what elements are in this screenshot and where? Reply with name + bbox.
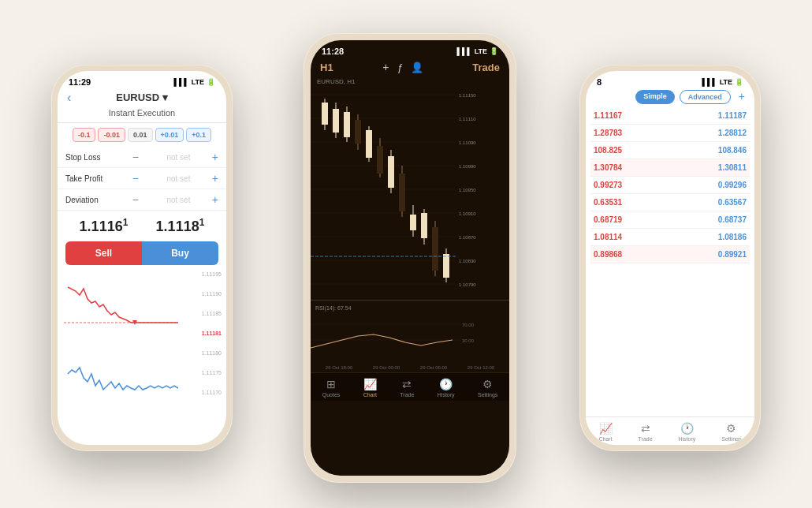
svg-rect-12: [322, 103, 328, 125]
vol-plus-point1[interactable]: +0.1: [186, 128, 211, 142]
left-phone-screen: 11:29 ▌▌▌ LTE 🔋 ‹ EURUSD ▾ Instant Execu…: [58, 71, 226, 445]
take-profit-minus[interactable]: −: [132, 172, 139, 185]
nav-history[interactable]: 🕐 History: [438, 378, 455, 398]
tab-simple[interactable]: Simple: [635, 90, 675, 104]
svg-rect-30: [421, 213, 427, 238]
tab-advanced[interactable]: Advanced: [680, 90, 731, 104]
center-toolbar: H1 + ƒ 👤 Trade: [311, 58, 509, 78]
nav-chart-label: Chart: [363, 392, 377, 398]
lte-label: LTE: [192, 78, 204, 86]
svg-rect-26: [399, 174, 405, 211]
svg-rect-28: [410, 215, 416, 230]
rnav-settings[interactable]: ⚙ Settings: [721, 422, 741, 442]
vol-minus-point1[interactable]: -0.1: [73, 128, 96, 142]
svg-text:1.10870: 1.10870: [459, 235, 476, 240]
quote-row-9[interactable]: 0.89868 0.89921: [590, 246, 750, 263]
chart-main-area: EURUSD, H1: [311, 78, 509, 372]
rnav-history[interactable]: 🕐 History: [679, 422, 696, 442]
svg-text:70.00: 70.00: [462, 323, 475, 327]
take-profit-plus[interactable]: +: [212, 172, 218, 185]
stop-loss-plus[interactable]: +: [212, 151, 218, 163]
left-chart-svg: [64, 271, 182, 398]
trade-button[interactable]: Trade: [472, 62, 500, 73]
rsi-svg: 70.00 30.00: [311, 312, 484, 356]
svg-rect-34: [443, 254, 449, 278]
quote-row-2[interactable]: 1.28783 1.28812: [590, 125, 750, 142]
quote-sell-8: 1.08114: [594, 233, 622, 241]
quote-row-5[interactable]: 0.99273 0.99296: [590, 177, 750, 194]
svg-text:1.10830: 1.10830: [459, 259, 476, 263]
quote-row-1[interactable]: 1.11167 1.11187: [590, 107, 750, 125]
svg-rect-24: [388, 156, 394, 188]
nav-trade[interactable]: ⇄ Trade: [400, 378, 414, 398]
buy-button[interactable]: Buy: [142, 241, 218, 265]
svg-text:1.11090: 1.11090: [459, 140, 476, 145]
rnav-history-icon: 🕐: [680, 422, 694, 435]
rnav-settings-icon: ⚙: [726, 422, 736, 435]
quote-buy-3: 108.846: [718, 146, 747, 155]
vol-point01[interactable]: 0.01: [128, 128, 153, 142]
deviation-plus[interactable]: +: [212, 193, 218, 206]
nav-settings[interactable]: ⚙ Settings: [478, 378, 497, 398]
stop-loss-label: Stop Loss: [65, 153, 132, 162]
quote-row-8[interactable]: 1.08114 1.08186: [590, 229, 750, 246]
center-status-bar: 11:28 ▌▌▌ LTE 🔋: [311, 40, 509, 58]
object-icon[interactable]: 👤: [411, 62, 423, 73]
right-lte-label: LTE: [720, 78, 732, 86]
deviation-minus[interactable]: −: [132, 193, 139, 206]
svg-rect-14: [333, 109, 339, 133]
add-tab-button[interactable]: +: [736, 90, 748, 104]
quote-sell-7: 0.68719: [594, 215, 622, 224]
quotes-icon: ⊞: [326, 378, 336, 390]
rnav-history-label: History: [679, 436, 696, 442]
take-profit-row: Take Profit − not set +: [58, 168, 226, 189]
right-topbar: Simple Advanced +: [586, 88, 754, 107]
buy-price: 1.11181: [156, 219, 205, 234]
quote-buy-6: 0.63567: [718, 198, 747, 207]
svg-text:1.10950: 1.10950: [459, 188, 476, 192]
battery-icon: 🔋: [207, 78, 215, 86]
chart-xaxis: 26 Oct 18:00 29 Oct 00:00 29 Oct 06:00 2…: [311, 363, 509, 372]
timeframe-label[interactable]: H1: [320, 62, 333, 73]
stop-loss-minus[interactable]: −: [132, 151, 139, 163]
quote-row-7[interactable]: 0.68719 0.68737: [590, 211, 750, 229]
vol-minus-point01[interactable]: -0.01: [98, 128, 125, 142]
add-indicator-icon[interactable]: +: [382, 61, 389, 73]
function-icon[interactable]: ƒ: [397, 62, 402, 73]
svg-rect-22: [377, 146, 383, 174]
svg-text:1.10790: 1.10790: [459, 282, 476, 287]
sell-button[interactable]: Sell: [65, 241, 142, 265]
center-phone-screen: 11:28 ▌▌▌ LTE 🔋 H1 + ƒ 👤 Trade: [311, 40, 509, 476]
svg-rect-20: [366, 130, 372, 158]
svg-rect-18: [355, 120, 361, 144]
rnav-chart[interactable]: 📈 Chart: [598, 422, 612, 442]
quote-sell-1: 1.11167: [594, 111, 622, 120]
history-icon: 🕐: [439, 378, 453, 390]
deviation-label: Deviation: [65, 196, 132, 204]
svg-rect-16: [344, 112, 350, 137]
instant-exec-label: Instant Execution: [58, 106, 226, 123]
take-profit-label: Take Profit: [65, 174, 132, 183]
chart-toolbar-icons: + ƒ 👤: [382, 61, 423, 73]
quote-row-4[interactable]: 1.30784 1.30811: [590, 159, 750, 177]
quote-sell-3: 108.825: [594, 146, 622, 155]
stop-loss-row: Stop Loss − not set +: [58, 147, 226, 168]
vol-plus-point01[interactable]: +0.01: [155, 128, 184, 142]
stop-loss-value: not set: [145, 153, 212, 162]
sell-price-box: 1.11161: [80, 217, 129, 235]
nav-quotes-label: Quotes: [322, 392, 341, 398]
pair-title: EURUSD ▾: [116, 92, 168, 103]
right-phone-screen: 8 ▌▌▌ LTE 🔋 Simple Advanced + 1.11167 1.…: [586, 71, 754, 445]
quote-row-6[interactable]: 0.63531 0.63567: [590, 194, 750, 211]
phone-center: 11:28 ▌▌▌ LTE 🔋 H1 + ƒ 👤 Trade: [304, 33, 516, 483]
quote-row-3[interactable]: 108.825 108.846: [590, 142, 750, 159]
quote-buy-1: 1.11187: [718, 111, 747, 120]
back-button[interactable]: ‹: [67, 91, 71, 105]
nav-chart[interactable]: 📈 Chart: [363, 378, 377, 398]
rnav-trade[interactable]: ⇄ Trade: [639, 422, 653, 442]
right-status-icons: ▌▌▌ LTE 🔋: [702, 78, 743, 86]
nav-quotes[interactable]: ⊞ Quotes: [322, 378, 341, 398]
mini-chart: 1.11195 1.11190 1.11185 1.11181 1.11180 …: [58, 265, 226, 399]
right-signal-icon: ▌▌▌: [702, 78, 717, 86]
chart-body: EURUSD, H1: [311, 78, 509, 372]
